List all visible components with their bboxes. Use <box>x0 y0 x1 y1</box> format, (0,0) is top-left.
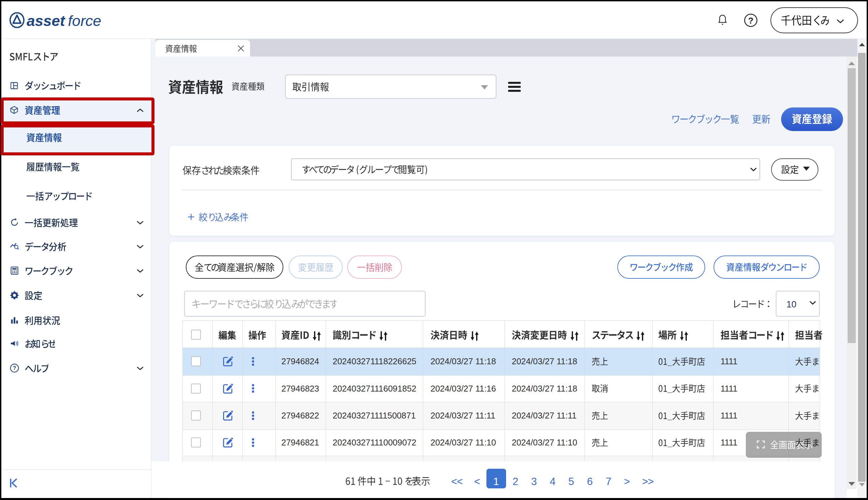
svg-text:?: ? <box>13 365 16 371</box>
